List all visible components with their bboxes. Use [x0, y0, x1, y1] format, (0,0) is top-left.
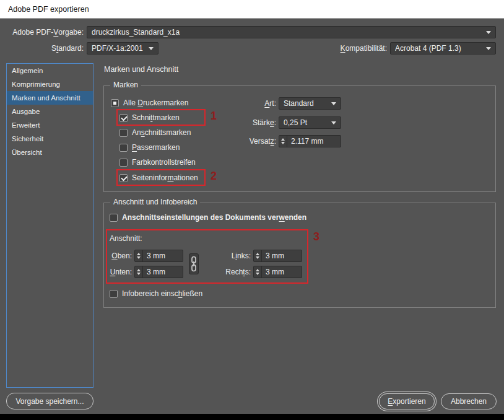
cancel-button[interactable]: Abbrechen	[441, 393, 497, 409]
stepper-arrows[interactable]	[135, 250, 143, 261]
marken-group-legend: Marken	[110, 81, 141, 89]
checkbox-alle-druckermarken-label: Alle Druckermarken	[123, 98, 188, 107]
checkbox-passermarken-label: Passermarken	[132, 143, 180, 152]
oben-label: Oben:	[99, 250, 132, 262]
standard-dropdown[interactable]: PDF/X-1a:2001	[87, 42, 159, 55]
checkbox-row-alle-druckermarken[interactable]: Alle Druckermarken	[111, 98, 188, 108]
checkbox-row-farbkontrollstreifen[interactable]: Farbkontrollstreifen	[119, 157, 196, 167]
compatibility-label: Kompatibilität:	[272, 42, 387, 55]
chevron-down-icon	[486, 47, 491, 50]
unten-label: Unten:	[99, 266, 132, 278]
pdf-preset-label: Adobe PDF-Vorgabe:	[0, 26, 84, 38]
checkbox-alle-druckermarken[interactable]	[111, 99, 119, 107]
annotation-number-2: 2	[211, 170, 217, 182]
bottom-edge-strip	[0, 414, 504, 420]
stepper-down-icon[interactable]	[137, 273, 141, 275]
link-bleed-values-button[interactable]	[189, 253, 199, 274]
stepper-arrows[interactable]	[254, 250, 262, 261]
bleed-left-value: 3 mm	[262, 250, 284, 261]
sidebar-item-marken-und-anschnitt[interactable]: Marken und Anschnitt	[7, 91, 93, 105]
sidebar-item-uebersicht[interactable]: Übersicht	[7, 146, 93, 159]
stepper-up-icon[interactable]	[137, 253, 141, 255]
checkbox-anschnittsmarken[interactable]	[119, 129, 128, 137]
compatibility-value: Acrobat 4 (PDF 1.3)	[395, 44, 482, 53]
stepper-up-icon[interactable]	[137, 269, 141, 271]
stepper-arrows[interactable]	[279, 136, 287, 147]
versatz-value: 2.117 mm	[287, 136, 323, 147]
stepper-arrows[interactable]	[254, 266, 262, 278]
checkbox-row-anschnittsmarken[interactable]: Anschnittsmarken	[119, 128, 191, 138]
versatz-field[interactable]: 2.117 mm	[279, 135, 341, 147]
bleed-right-value: 3 mm	[262, 266, 284, 278]
pdf-preset-value: druckzirkus_Standard_x1a	[92, 28, 482, 37]
checkbox-include-slug[interactable]	[110, 290, 118, 298]
sidebar-item-ausgabe[interactable]: Ausgabe	[7, 105, 93, 118]
standard-label: Standard:	[0, 42, 84, 55]
checkbox-row-seiteninformationen[interactable]: Seiteninformationen	[119, 173, 198, 183]
bleed-right-field[interactable]: 3 mm	[253, 266, 302, 278]
bleed-top-value: 3 mm	[143, 250, 165, 261]
checkbox-row-schnittmarken[interactable]: Schnittmarken	[119, 113, 180, 123]
checkbox-row-passermarken[interactable]: Passermarken	[119, 142, 180, 152]
art-label: Art:	[214, 97, 276, 110]
sidebar-item-sicherheit[interactable]: Sicherheit	[7, 132, 93, 146]
checkbox-schnittmarken-label: Schnittmarken	[132, 113, 180, 122]
stepper-down-icon[interactable]	[281, 142, 285, 144]
bleed-bottom-value: 3 mm	[143, 266, 165, 278]
standard-value: PDF/X-1a:2001	[92, 44, 145, 53]
checkbox-farbkontrollstreifen[interactable]	[119, 159, 128, 167]
export-button[interactable]: Exportieren	[379, 393, 435, 409]
sidebar-item-allgemein[interactable]: Allgemein	[7, 64, 93, 77]
sidebar-item-erweitert[interactable]: Erweitert	[7, 118, 93, 132]
stepper-down-icon[interactable]	[137, 256, 141, 259]
titlebar: Adobe PDF exportieren	[0, 0, 504, 19]
stepper-down-icon[interactable]	[256, 273, 259, 275]
annotation-number-1: 1	[211, 110, 217, 122]
window-title: Adobe PDF exportieren	[8, 5, 89, 14]
checkbox-farbkontrollstreifen-label: Farbkontrollstreifen	[132, 158, 196, 167]
chevron-down-icon	[486, 31, 491, 34]
staerke-label: Stärke:	[214, 116, 276, 129]
annotation-number-3: 3	[313, 230, 319, 243]
page-title: Marken und Anschnitt	[104, 64, 178, 75]
art-dropdown[interactable]: Standard	[279, 97, 341, 110]
save-preset-button[interactable]: Vorgabe speichern...	[6, 393, 93, 409]
checkbox-seiteninformationen[interactable]	[119, 174, 128, 182]
bleed-top-field[interactable]: 3 mm	[134, 250, 183, 262]
art-value: Standard	[284, 99, 328, 108]
checkbox-include-slug-label: Infobereich einschließen	[122, 289, 202, 298]
anschnitt-group-legend: Anschnitt und Infobereich	[110, 198, 200, 206]
chevron-down-icon	[331, 102, 336, 105]
bleed-section-label: Anschnitt:	[110, 234, 142, 243]
stepper-up-icon[interactable]	[256, 253, 259, 255]
stepper-arrows[interactable]	[135, 266, 143, 278]
bleed-left-field[interactable]: 3 mm	[253, 250, 302, 262]
stepper-up-icon[interactable]	[281, 138, 285, 141]
pdf-preset-dropdown[interactable]: druckzirkus_Standard_x1a	[87, 26, 496, 38]
checkbox-row-include-slug[interactable]: Infobereich einschließen	[110, 289, 202, 299]
checkbox-use-document-bleed-label: Anschnittseinstellungen des Dokuments ve…	[122, 213, 306, 222]
checkbox-seiteninformationen-label: Seiteninformationen	[132, 173, 198, 182]
checkbox-schnittmarken[interactable]	[119, 114, 128, 122]
sidebar-item-komprimierung[interactable]: Komprimierung	[7, 77, 93, 91]
checkbox-use-document-bleed[interactable]	[110, 214, 118, 222]
versatz-label: Versatz:	[214, 135, 276, 147]
checkbox-row-use-document-bleed[interactable]: Anschnittseinstellungen des Dokuments ve…	[110, 212, 306, 222]
stepper-up-icon[interactable]	[256, 269, 259, 271]
chevron-down-icon	[331, 121, 336, 125]
links-label: Links:	[212, 250, 251, 262]
staerke-dropdown[interactable]: 0,25 Pt	[279, 116, 341, 129]
checkbox-passermarken[interactable]	[119, 144, 128, 152]
bleed-bottom-field[interactable]: 3 mm	[134, 266, 183, 278]
rechts-label: Rechts:	[212, 266, 251, 278]
compatibility-dropdown[interactable]: Acrobat 4 (PDF 1.3)	[390, 42, 496, 55]
stepper-down-icon[interactable]	[256, 256, 259, 259]
sidebar: Allgemein Komprimierung Marken und Ansch…	[6, 63, 93, 388]
staerke-value: 0,25 Pt	[284, 118, 328, 127]
chain-link-icon	[191, 256, 197, 272]
export-pdf-dialog: Adobe PDF exportieren Adobe PDF-Vorgabe:…	[0, 0, 504, 420]
chevron-down-icon	[149, 47, 154, 50]
checkbox-anschnittsmarken-label: Anschnittsmarken	[132, 128, 191, 137]
